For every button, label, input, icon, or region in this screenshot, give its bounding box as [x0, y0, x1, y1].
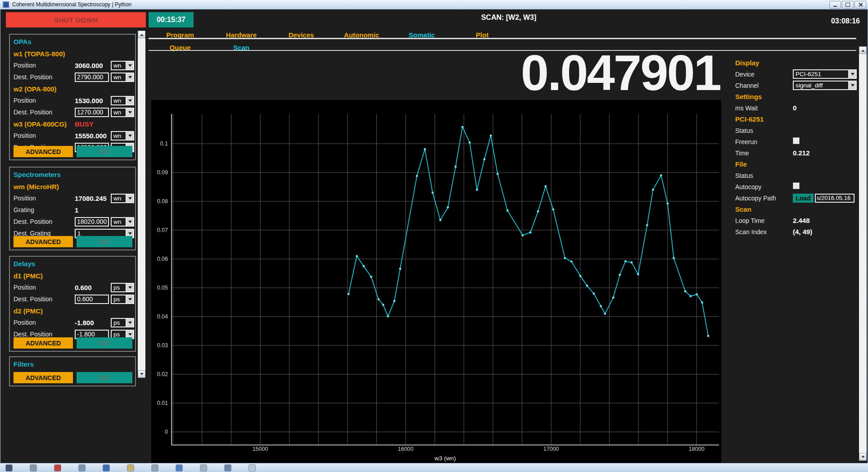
- scan-index-label: Scan Index: [735, 228, 793, 236]
- taskbar-app-icon-7[interactable]: [151, 464, 158, 472]
- autocopy-label: Autocopy: [735, 183, 793, 191]
- w3-name: w3 (OPA-800CG): [14, 120, 73, 128]
- w1-dest-unit-select[interactable]: wn: [111, 73, 134, 82]
- clock: 03:08:16: [831, 17, 860, 25]
- triangle-down-icon: [861, 456, 865, 460]
- device-select[interactable]: PCI-6251: [793, 69, 857, 79]
- wm-name: wm (MicroHR): [14, 183, 109, 191]
- position-label: Position: [14, 195, 73, 202]
- grating-label: Grating: [14, 206, 73, 213]
- delays-advanced-button[interactable]: ADVANCED: [14, 337, 73, 349]
- d1-position-unit-select[interactable]: ps: [111, 283, 134, 292]
- w1-dest-position-input[interactable]: [75, 73, 109, 82]
- shutdown-button[interactable]: SHUT DOWN: [6, 12, 146, 27]
- position-label: Position: [14, 132, 73, 139]
- d1-dest-unit-select[interactable]: ps: [111, 295, 134, 304]
- taskbar-app-icon-8[interactable]: [176, 464, 183, 472]
- signal-plot[interactable]: 00.010.020.030.040.050.060.070.080.090.1…: [151, 100, 721, 463]
- triangle-down-icon: [140, 373, 144, 377]
- taskbar-app-icon-10[interactable]: [224, 464, 231, 472]
- tab-autonomic[interactable]: Autonomic: [332, 31, 391, 38]
- svg-text:0.03: 0.03: [157, 342, 168, 349]
- taskbar-app-icon-5[interactable]: [103, 464, 110, 472]
- filters-set-button[interactable]: SET: [77, 372, 132, 383]
- delays-set-button[interactable]: SET: [77, 337, 132, 349]
- close-button[interactable]: [854, 1, 866, 9]
- svg-text:w3 (wn): w3 (wn): [434, 455, 456, 462]
- chevron-down-icon: [126, 109, 133, 116]
- opas-header: OPAs: [10, 36, 135, 48]
- chevron-down-icon: [126, 73, 133, 81]
- chevron-down-icon: [126, 295, 133, 303]
- taskbar-app-icon-2[interactable]: [30, 464, 37, 472]
- tab-program[interactable]: Program: [151, 31, 209, 38]
- position-label: Position: [14, 62, 73, 69]
- freerun-checkbox[interactable]: [793, 137, 800, 144]
- chevron-down-icon: [848, 82, 856, 89]
- scroll-down-button[interactable]: [859, 453, 867, 461]
- channel-select[interactable]: signal_diff: [793, 81, 857, 90]
- taskbar-app-icon-4[interactable]: [78, 464, 86, 472]
- svg-text:0.01: 0.01: [157, 400, 168, 406]
- right-scrollbar[interactable]: [859, 46, 867, 461]
- w3-position-unit-select[interactable]: wn: [111, 131, 134, 141]
- w1-position-unit-select[interactable]: wn: [111, 61, 134, 70]
- svg-text:0.09: 0.09: [157, 169, 168, 176]
- filters-panel: Filters ADVANCED SET: [9, 356, 136, 386]
- opas-advanced-button[interactable]: ADVANCED: [14, 146, 73, 157]
- maximize-button[interactable]: [842, 1, 854, 9]
- chevron-down-icon: [126, 195, 133, 202]
- d1-dest-position-input[interactable]: [75, 295, 109, 304]
- scan-settings-panel: Display Device PCI-6251 Channel signal_d…: [735, 57, 858, 237]
- wm-position-value: 17080.245: [75, 195, 109, 202]
- tab-somatic[interactable]: Somatic: [393, 31, 451, 38]
- spectrometers-set-button[interactable]: SET: [77, 236, 132, 247]
- dest-position-label: Dest. Position: [14, 218, 73, 225]
- svg-text:0.04: 0.04: [157, 313, 168, 320]
- scroll-up-button[interactable]: [138, 31, 145, 38]
- tab-hardware[interactable]: Hardware: [212, 31, 271, 38]
- wm-dest-position-input[interactable]: [75, 217, 109, 227]
- minimize-button[interactable]: [829, 1, 841, 9]
- spectrometers-advanced-button[interactable]: ADVANCED: [14, 236, 73, 247]
- svg-text:0.1: 0.1: [160, 141, 168, 147]
- tab-plot[interactable]: Plot: [453, 31, 511, 38]
- taskbar-app-icon-3[interactable]: [54, 464, 61, 472]
- wm-grating-value: 1: [75, 206, 109, 214]
- opas-panel: OPAs w1 (TOPAS-800) Position 3060.000 wn…: [9, 34, 136, 160]
- w2-dest-position-input[interactable]: [75, 108, 109, 117]
- load-button[interactable]: Load: [793, 194, 814, 203]
- spectrometers-header: Spectrometers: [10, 169, 135, 181]
- w3-position-value: 15550.000: [75, 132, 109, 140]
- taskbar-app-icon-1[interactable]: [5, 464, 13, 472]
- filters-header: Filters: [10, 359, 135, 370]
- tab-devices[interactable]: Devices: [272, 31, 330, 38]
- chevron-down-icon: [126, 132, 133, 140]
- scroll-up-button[interactable]: [859, 46, 867, 54]
- chevron-down-icon: [848, 70, 856, 78]
- window-title: Coherent Multidimensional Spectroscopy |…: [12, 1, 131, 8]
- ms-wait-label: ms Wait: [735, 104, 793, 112]
- autocopy-path-input[interactable]: [815, 194, 854, 203]
- position-label: Position: [14, 284, 73, 291]
- left-scrollbar[interactable]: [138, 31, 145, 378]
- w2-dest-unit-select[interactable]: wn: [111, 108, 134, 117]
- opas-set-button[interactable]: SET: [77, 146, 132, 157]
- dest-position-label: Dest. Position: [14, 109, 73, 116]
- d2-name: d2 (PMC): [14, 307, 109, 315]
- wm-position-unit-select[interactable]: wn: [111, 194, 134, 203]
- scroll-down-button[interactable]: [138, 370, 145, 378]
- windows-taskbar[interactable]: [0, 463, 868, 472]
- autocopy-checkbox[interactable]: [793, 182, 800, 189]
- d2-position-unit-select[interactable]: ps: [111, 318, 134, 327]
- svg-text:18000: 18000: [689, 446, 705, 452]
- filters-advanced-button[interactable]: ADVANCED: [14, 372, 73, 383]
- taskbar-app-icon-6[interactable]: [127, 464, 134, 472]
- taskbar-app-icon-9[interactable]: [200, 464, 207, 472]
- w2-position-unit-select[interactable]: wn: [111, 96, 134, 105]
- taskbar-app-icon-11[interactable]: [249, 464, 256, 472]
- wm-dest-unit-select[interactable]: wn: [111, 217, 134, 227]
- dest-position-label: Dest. Position: [14, 331, 73, 338]
- position-label: Position: [14, 319, 73, 326]
- d1-name: d1 (PMC): [14, 272, 109, 280]
